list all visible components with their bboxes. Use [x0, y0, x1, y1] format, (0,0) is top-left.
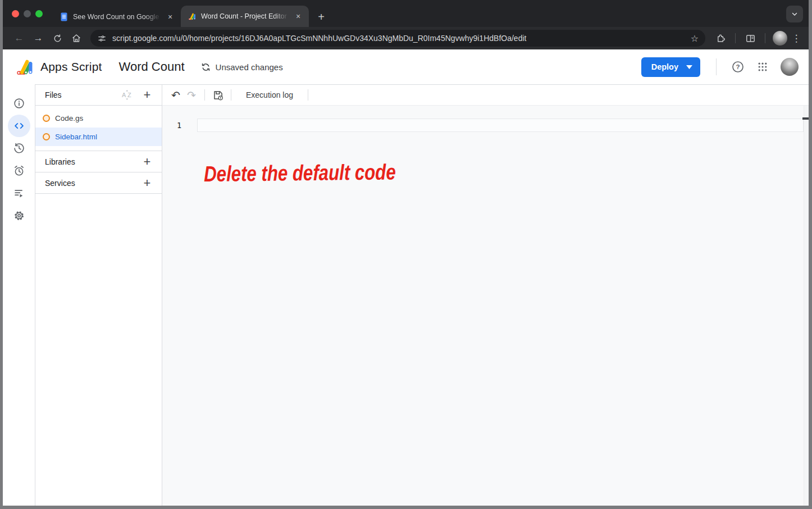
sync-icon — [200, 62, 211, 72]
google-docs-favicon-icon — [60, 12, 69, 21]
svg-text:?: ? — [736, 63, 740, 70]
apps-script-logo-icon — [15, 57, 35, 76]
current-line-highlight[interactable] — [197, 119, 804, 132]
editor-pane: ↶ ↷ Execution log 1 Delete the default c… — [162, 84, 809, 506]
forward-button[interactable]: → — [30, 30, 47, 47]
divider — [735, 33, 736, 43]
apps-grid-icon — [757, 61, 768, 72]
sidebar-item-triggers[interactable] — [8, 160, 30, 182]
spacer — [35, 146, 162, 151]
annotation-text: Delete the default code — [204, 160, 396, 187]
main-area: Files AZ + Code.gs Sidebar.html — [3, 84, 809, 506]
sidebar-item-editor[interactable] — [8, 115, 30, 137]
address-bar[interactable]: script.google.com/u/0/home/projects/16DJ… — [90, 30, 705, 47]
bookmark-star-icon[interactable]: ☆ — [691, 33, 699, 44]
caret-down-icon — [686, 65, 692, 69]
book-icon — [745, 33, 756, 44]
site-settings-icon[interactable] — [97, 34, 107, 43]
overview-ruler[interactable] — [804, 106, 809, 506]
files-title: Files — [45, 90, 62, 99]
home-button[interactable] — [68, 30, 85, 47]
minimize-window-button[interactable] — [24, 10, 31, 17]
home-icon — [71, 33, 81, 43]
services-label: Services — [45, 179, 75, 188]
line-number: 1 — [175, 119, 184, 132]
browser-toolbar: ← → script.google.com/u/0/home/projects/… — [3, 27, 809, 49]
history-icon — [13, 142, 25, 154]
browser-window: See Word Count on Google D × Word Count … — [3, 0, 809, 506]
help-icon: ? — [731, 60, 745, 74]
save-status: Unsaved changes — [200, 62, 283, 72]
executions-icon — [13, 187, 25, 199]
app-header: Apps Script Word Count Unsaved changes D… — [3, 49, 809, 84]
tab-apps-script[interactable]: Word Count - Project Editor - × — [181, 6, 309, 27]
add-service-button[interactable]: + — [140, 176, 154, 190]
svg-text:A: A — [122, 92, 126, 98]
reload-button[interactable] — [49, 30, 66, 47]
browser-profile-avatar[interactable] — [773, 31, 787, 46]
libraries-section: Libraries + — [35, 151, 162, 172]
sidebar-item-executions[interactable] — [8, 182, 30, 204]
code-editor[interactable]: 1 Delete the default code — [162, 106, 809, 506]
tabstrip-right — [786, 6, 803, 22]
google-apps-button[interactable] — [751, 56, 774, 78]
reload-icon — [53, 34, 62, 43]
deploy-label: Deploy — [651, 62, 678, 71]
tab-search-button[interactable] — [786, 6, 803, 22]
files-panel: Files AZ + Code.gs Sidebar.html — [35, 84, 162, 506]
header-right: Deploy ? — [641, 56, 799, 78]
files-header: Files AZ + — [35, 84, 162, 106]
alarm-clock-icon — [13, 165, 25, 177]
code-icon — [13, 120, 25, 132]
help-button[interactable]: ? — [727, 56, 749, 78]
toolbar-right: ⋮ — [711, 30, 803, 47]
file-name: Code.gs — [55, 114, 83, 122]
unsaved-dot-icon — [43, 133, 50, 140]
tab-docs[interactable]: See Word Count on Google D × — [53, 7, 181, 27]
services-section: Services + — [35, 172, 162, 193]
nav-rail — [3, 84, 35, 506]
divider — [308, 89, 308, 101]
tab-title: See Word Count on Google D — [73, 13, 161, 21]
project-title[interactable]: Word Count — [119, 60, 185, 74]
divider — [204, 89, 205, 101]
traffic-lights — [3, 0, 53, 27]
execution-log-button[interactable]: Execution log — [236, 90, 303, 99]
tab-strip: See Word Count on Google D × Word Count … — [3, 0, 809, 27]
deploy-button[interactable]: Deploy — [641, 57, 700, 77]
account-avatar[interactable] — [781, 58, 799, 76]
cursor-position-marker — [802, 117, 809, 120]
save-icon — [212, 89, 224, 101]
tab-close-icon[interactable]: × — [293, 11, 303, 21]
apps-script-home-link[interactable]: Apps Script — [15, 57, 102, 76]
svg-text:Z: Z — [127, 92, 131, 98]
sidebar-item-project-history[interactable] — [8, 137, 30, 160]
tab-close-icon[interactable]: × — [165, 12, 175, 22]
url-text: script.google.com/u/0/home/projects/16DJ… — [112, 34, 686, 43]
divider — [35, 193, 162, 194]
add-library-button[interactable]: + — [140, 155, 154, 169]
add-file-button[interactable]: + — [140, 88, 154, 102]
apps-script-favicon-icon — [188, 12, 197, 21]
reading-list-button[interactable] — [742, 30, 759, 47]
brand-name: Apps Script — [40, 60, 102, 74]
file-row-code-gs[interactable]: Code.gs — [35, 109, 162, 128]
undo-button[interactable]: ↶ — [168, 87, 184, 103]
back-button[interactable]: ← — [11, 30, 28, 47]
save-status-text: Unsaved changes — [216, 62, 283, 72]
libraries-label: Libraries — [45, 157, 75, 166]
zoom-window-button[interactable] — [35, 10, 43, 17]
save-button[interactable] — [210, 87, 226, 103]
divider — [765, 33, 765, 43]
browser-menu-button[interactable]: ⋮ — [790, 33, 803, 44]
new-tab-button[interactable]: + — [313, 9, 329, 25]
sidebar-item-settings[interactable] — [8, 204, 30, 227]
redo-button[interactable]: ↷ — [184, 87, 199, 103]
file-row-sidebar-html[interactable]: Sidebar.html — [35, 128, 162, 146]
close-window-button[interactable] — [12, 10, 19, 17]
sort-az-icon[interactable]: AZ — [121, 89, 134, 101]
file-name: Sidebar.html — [55, 133, 97, 141]
gear-icon — [13, 210, 25, 222]
sidebar-item-overview[interactable] — [8, 92, 30, 115]
extensions-button[interactable] — [712, 30, 729, 47]
